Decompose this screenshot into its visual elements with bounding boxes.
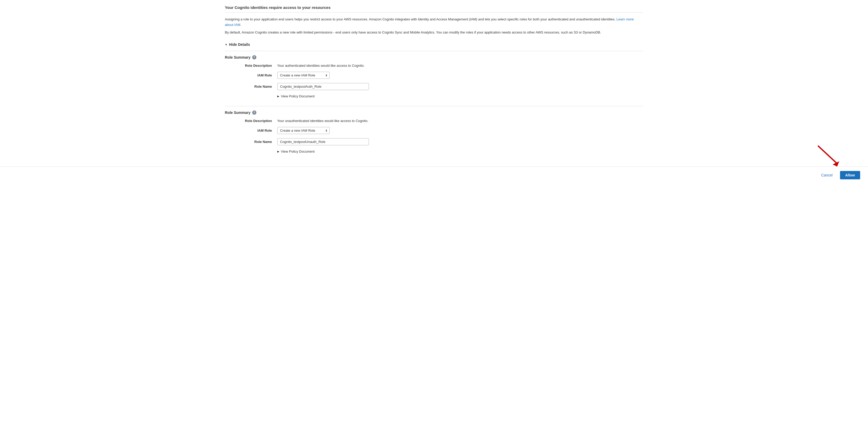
svg-marker-1 <box>833 161 839 167</box>
chevron-down-icon: ▼ <box>225 43 227 46</box>
role-name-label-1: Role Name <box>225 85 277 88</box>
role-summary-section-1: Role Summary ? Role Description Your aut… <box>225 51 643 98</box>
page-title: Your Cognito identities require access t… <box>225 5 643 12</box>
footer-bar: Cancel Allow <box>0 167 868 183</box>
role-summary-label-1: Role Summary <box>225 55 251 59</box>
role-description-row-1: Role Description Your authenticated iden… <box>225 64 643 67</box>
iam-role-row-1: IAM Role Create a new IAM Role Use exist… <box>225 72 643 79</box>
role-summary-section-2: Role Summary ? Role Description Your una… <box>225 106 643 153</box>
svg-line-0 <box>818 146 837 163</box>
hide-details-label: Hide Details <box>229 42 250 47</box>
help-icon-2[interactable]: ? <box>252 111 256 115</box>
role-description-row-2: Role Description Your unauthenticated id… <box>225 119 643 123</box>
role-summary-header-2: Role Summary ? <box>225 111 643 115</box>
iam-role-label-2: IAM Role <box>225 128 277 133</box>
role-description-label-1: Role Description <box>225 64 277 67</box>
view-policy-label-1: View Policy Document <box>281 94 315 98</box>
iam-role-select-1[interactable]: Create a new IAM Role Use existing IAM R… <box>277 72 330 79</box>
role-description-label-2: Role Description <box>225 119 277 123</box>
role-name-label-2: Role Name <box>225 140 277 144</box>
role-name-input-2[interactable] <box>277 138 369 145</box>
view-policy-row-2[interactable]: ▶ View Policy Document <box>277 149 643 153</box>
chevron-right-icon-1: ▶ <box>277 95 279 98</box>
role-summary-label-2: Role Summary <box>225 111 251 115</box>
help-icon-1[interactable]: ? <box>252 55 256 59</box>
role-name-input-1[interactable] <box>277 83 369 90</box>
role-name-row-1: Role Name <box>225 83 643 90</box>
view-policy-label-2: View Policy Document <box>281 149 315 153</box>
iam-role-select-wrapper-2: Create a new IAM Role Use existing IAM R… <box>277 127 330 134</box>
role-name-row-2: Role Name <box>225 138 643 145</box>
iam-role-select-2[interactable]: Create a new IAM Role Use existing IAM R… <box>277 127 330 134</box>
role-description-value-2: Your unauthenticated identities would li… <box>277 119 369 123</box>
allow-button[interactable]: Allow <box>840 171 860 179</box>
cancel-button[interactable]: Cancel <box>817 171 837 179</box>
chevron-right-icon-2: ▶ <box>277 150 279 153</box>
view-policy-row-1[interactable]: ▶ View Policy Document <box>277 94 643 98</box>
iam-role-select-wrapper-1: Create a new IAM Role Use existing IAM R… <box>277 72 330 79</box>
iam-role-label-1: IAM Role <box>225 73 277 77</box>
iam-role-row-2: IAM Role Create a new IAM Role Use exist… <box>225 127 643 134</box>
intro-paragraph-2: By default, Amazon Cognito creates a new… <box>225 30 643 35</box>
role-summary-header-1: Role Summary ? <box>225 55 643 59</box>
role-description-value-1: Your authenticated identities would like… <box>277 64 365 67</box>
hide-details-toggle[interactable]: ▼ Hide Details <box>225 42 643 47</box>
arrow-indicator <box>816 143 842 168</box>
intro-paragraph-1: Assigning a role to your application end… <box>225 17 643 28</box>
